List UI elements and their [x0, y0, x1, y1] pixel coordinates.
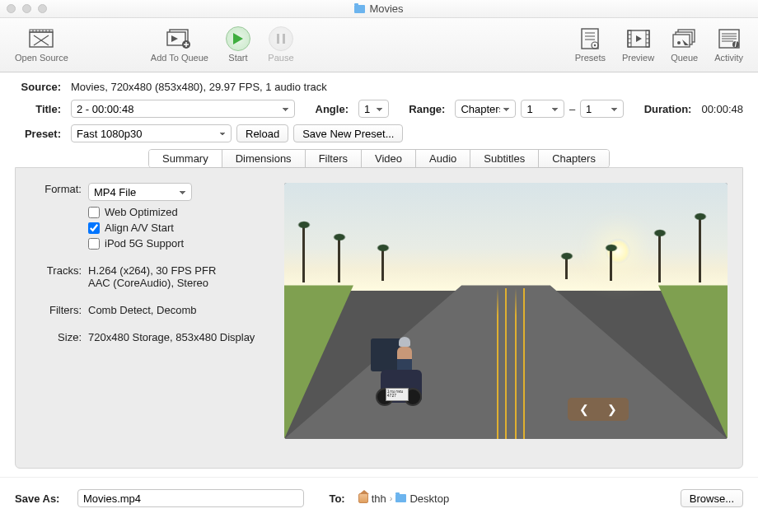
tab-subtitles[interactable]: Subtitles [470, 150, 539, 167]
ipod-5g-checkbox[interactable]: iPod 5G Support [88, 237, 269, 250]
tab-audio[interactable]: Audio [416, 150, 470, 167]
tabs: Summary Dimensions Filters Video Audio S… [148, 149, 610, 168]
title-row: Title: 2 - 00:00:48 Angle: 1 Range: Chap… [15, 100, 743, 118]
tracks-label: Tracks: [30, 264, 82, 289]
align-av-checkbox[interactable]: Align A/V Start [88, 222, 269, 234]
preset-label: Preset: [15, 128, 61, 140]
license-plate: 1กม กทม 4727 [386, 388, 409, 401]
format-select[interactable]: MP4 File [88, 183, 192, 201]
range-from-select[interactable]: 1 [521, 100, 564, 118]
duration-value: 00:00:48 [701, 103, 743, 115]
start-button[interactable]: Start [217, 24, 260, 66]
activity-icon: i [716, 27, 742, 50]
source-value: Movies, 720x480 (853x480), 29.97 FPS, 1 … [71, 81, 327, 93]
save-as-input[interactable] [77, 489, 304, 507]
play-icon [225, 27, 251, 50]
presets-icon [577, 27, 603, 50]
range-to-select[interactable]: 1 [580, 100, 623, 118]
preset-select[interactable]: Fast 1080p30 [71, 124, 232, 142]
window-title: Movies [0, 2, 758, 15]
preview-nav: ❮ ❯ [568, 398, 629, 421]
range-type-select[interactable]: Chapters [455, 100, 516, 118]
size-value: 720x480 Storage, 853x480 Display [88, 331, 269, 343]
align-av-label: Align A/V Start [105, 222, 174, 234]
svg-marker-34 [636, 35, 642, 42]
folder-icon [354, 5, 365, 13]
angle-label: Angle: [312, 103, 349, 115]
tracks-video: H.264 (x264), 30 FPS PFR [88, 264, 269, 277]
angle-select[interactable]: 1 [358, 100, 389, 118]
tab-dimensions[interactable]: Dimensions [222, 150, 306, 167]
tracks-audio: AAC (CoreAudio), Stereo [88, 277, 269, 289]
svg-point-24 [594, 44, 596, 46]
range-separator: – [569, 103, 575, 115]
film-icon [28, 27, 54, 50]
tab-video[interactable]: Video [362, 150, 416, 167]
add-to-queue-icon [166, 27, 193, 50]
web-optimized-checkbox[interactable]: Web Optimized [88, 206, 269, 218]
start-label: Start [228, 53, 247, 63]
home-icon [358, 493, 368, 503]
path-folder: Desktop [409, 492, 449, 505]
folder-icon [395, 494, 406, 502]
web-optimized-label: Web Optimized [105, 206, 178, 218]
size-label: Size: [30, 331, 82, 343]
activity-button[interactable]: i Activity [706, 24, 751, 66]
preview-button[interactable]: Preview [614, 24, 662, 66]
preview-image: 1กม กทม 4727 ❮ ❯ [284, 183, 728, 439]
filters-value: Comb Detect, Decomb [88, 304, 269, 316]
ipod-5g-label: iPod 5G Support [105, 237, 184, 250]
save-new-preset-button[interactable]: Save New Preset... [293, 124, 403, 142]
source-label: Source: [15, 81, 61, 93]
preview-subject: 1กม กทม 4727 [364, 312, 438, 403]
duration-label: Duration: [640, 103, 691, 115]
pause-label: Pause [268, 53, 293, 63]
tab-filters[interactable]: Filters [306, 150, 362, 167]
preset-row: Preset: Fast 1080p30 Reload Save New Pre… [15, 124, 743, 142]
toolbar: Open Source Add To Queue Start Pause Pre… [0, 18, 758, 72]
svg-marker-16 [233, 33, 243, 44]
pause-icon [268, 27, 294, 50]
queue-button[interactable]: Queue [662, 24, 706, 66]
preview-next-button[interactable]: ❯ [607, 403, 617, 416]
reload-button[interactable]: Reload [236, 124, 288, 142]
window-title-text: Movies [369, 2, 403, 15]
save-as-label: Save As: [15, 492, 64, 505]
source-row: Source: Movies, 720x480 (853x480), 29.97… [15, 81, 743, 93]
destination-path[interactable]: thh › Desktop [358, 492, 449, 505]
summary-panel: Format: MP4 File Web Optimized Align A/V… [15, 167, 743, 469]
presets-button[interactable]: Presets [567, 24, 614, 66]
queue-label: Queue [671, 53, 698, 63]
add-to-queue-button[interactable]: Add To Queue [143, 24, 217, 66]
svg-rect-18 [283, 34, 285, 44]
titlebar: Movies [0, 0, 758, 18]
filters-label: Filters: [30, 304, 82, 316]
title-select[interactable]: 2 - 00:00:48 [71, 100, 295, 118]
presets-label: Presets [575, 53, 606, 63]
open-source-label: Open Source [15, 53, 68, 63]
preview-prev-button[interactable]: ❮ [579, 403, 589, 416]
footer: Save As: To: thh › Desktop Browse... [0, 477, 758, 519]
svg-point-38 [677, 41, 681, 44]
title-label: Title: [15, 103, 61, 115]
to-label: To: [325, 492, 345, 505]
path-user: thh [372, 492, 386, 505]
pause-button[interactable]: Pause [260, 24, 302, 66]
add-to-queue-label: Add To Queue [151, 53, 208, 63]
tab-summary[interactable]: Summary [149, 150, 222, 167]
queue-icon [671, 27, 698, 50]
tab-chapters[interactable]: Chapters [539, 150, 609, 167]
activity-label: Activity [714, 53, 743, 63]
range-label: Range: [405, 103, 445, 115]
chevron-right-icon: › [390, 493, 393, 503]
preview-label: Preview [622, 53, 654, 63]
format-label: Format: [30, 183, 82, 253]
svg-rect-17 [277, 34, 279, 44]
browse-button[interactable]: Browse... [681, 489, 743, 507]
preview-icon [625, 27, 652, 50]
open-source-button[interactable]: Open Source [7, 24, 77, 66]
svg-rect-0 [30, 32, 53, 47]
